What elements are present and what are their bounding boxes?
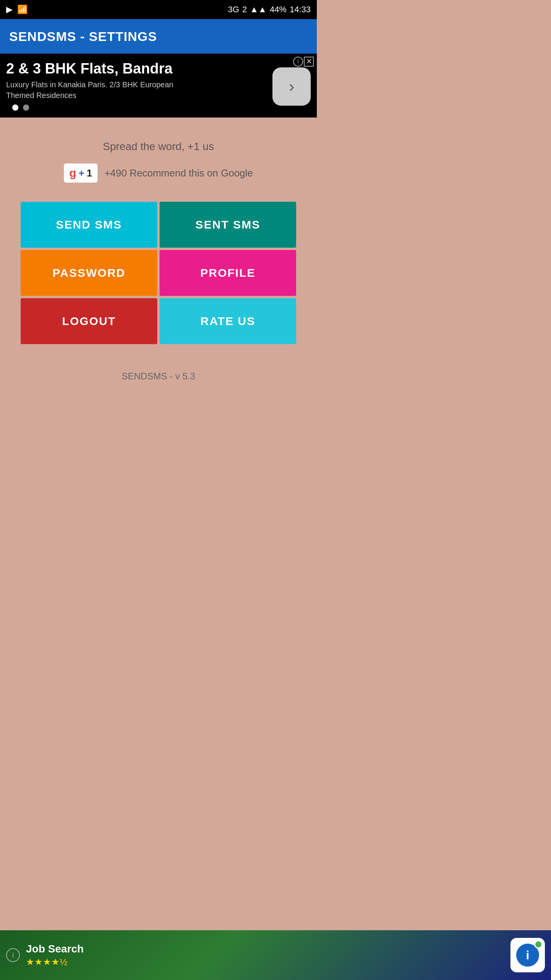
version-text: SENDSMS - v 5.3	[122, 371, 195, 382]
ad-info-icon[interactable]: i	[293, 57, 303, 67]
profile-button[interactable]: PROFILE	[160, 250, 296, 296]
ad-dot-2	[23, 105, 29, 111]
ad-text-block: 2 & 3 BHK Flats, Bandra Luxury Flats in …	[6, 60, 272, 112]
wifi-icon: 📶	[17, 5, 28, 15]
ad-dot-1	[12, 105, 18, 111]
main-content: Spread the word, +1 us g + 1 +490 Recomm…	[0, 118, 317, 397]
status-right: 3G 2 ▲▲ 44% 14:33	[228, 5, 311, 15]
ad-close-icon[interactable]: ✕	[304, 57, 314, 67]
gplus-g: g	[69, 167, 76, 180]
ad-arrow-button[interactable]: ›	[272, 67, 311, 106]
gplus-count: +490	[104, 167, 127, 179]
ad-title: 2 & 3 BHK Flats, Bandra	[6, 60, 272, 77]
network-label: 3G	[228, 5, 239, 15]
gplus-one: 1	[86, 167, 92, 179]
play-icon: ▶	[6, 5, 13, 15]
status-left: ▶ 📶	[6, 5, 28, 15]
gplus-recommend-text: +490 Recommend this on Google	[104, 167, 253, 179]
gplus-label: Recommend this on Google	[130, 167, 253, 179]
google-plus-row[interactable]: g + 1 +490 Recommend this on Google	[64, 163, 253, 183]
app-title: SENDSMS - SETTINGS	[9, 29, 157, 44]
ad-close-controls[interactable]: i ✕	[293, 57, 314, 67]
gplus-badge[interactable]: g + 1	[64, 163, 98, 183]
signal-icon: ▲▲	[250, 5, 267, 15]
ad-dots	[6, 101, 272, 112]
sent-sms-button[interactable]: SENT SMS	[160, 202, 296, 248]
time-label: 14:33	[290, 5, 311, 15]
send-sms-button[interactable]: SEND SMS	[21, 202, 157, 248]
password-button[interactable]: PASSWORD	[21, 250, 157, 296]
ad-subtitle: Luxury Flats in Kanakia Paris. 2/3 BHK E…	[6, 79, 190, 101]
app-bar: SENDSMS - SETTINGS	[0, 19, 317, 54]
status-bar: ▶ 📶 3G 2 ▲▲ 44% 14:33	[0, 0, 317, 19]
gplus-plus: +	[78, 167, 84, 179]
logout-button[interactable]: LOGOUT	[21, 298, 157, 344]
rate-us-button[interactable]: RATE US	[160, 298, 296, 344]
buttons-grid: SEND SMS SENT SMS PASSWORD PROFILE LOGOU…	[21, 202, 296, 344]
spread-text: Spread the word, +1 us	[103, 140, 214, 153]
battery-label: 44%	[270, 5, 287, 15]
ad-banner[interactable]: 2 & 3 BHK Flats, Bandra Luxury Flats in …	[0, 54, 317, 118]
sim-label: 2	[242, 5, 247, 15]
